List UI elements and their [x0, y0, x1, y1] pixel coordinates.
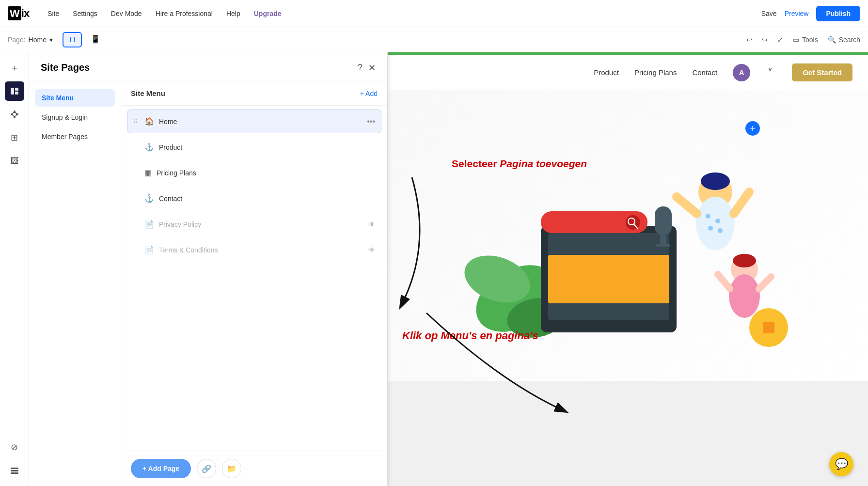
svg-point-29: [715, 219, 720, 223]
panel-header: Site Pages ? ✕: [29, 52, 387, 81]
page-item-home[interactable]: ⠿ 🏠 Home •••: [127, 110, 381, 133]
svg-point-26: [701, 172, 730, 190]
sidebar-apps-icon[interactable]: ⊞: [5, 128, 24, 147]
canvas-add-section-button[interactable]: +: [745, 121, 760, 136]
svg-line-32: [677, 197, 697, 214]
top-navigation: Wix Site Settings Dev Mode Hire a Profes…: [0, 0, 868, 27]
home-page-menu-button[interactable]: •••: [367, 117, 375, 126]
panel-close-icon[interactable]: ✕: [368, 63, 376, 73]
chat-bubble-button[interactable]: 💬: [829, 452, 853, 476]
panel-right: Site Menu + Add ⠿ 🏠 Home ••• ⠿ ⚓: [121, 81, 387, 486]
add-page-button[interactable]: + Add Page: [131, 459, 191, 478]
tools-icon: ▭: [793, 36, 799, 44]
svg-rect-8: [11, 472, 18, 474]
undo-button[interactable]: ↩: [746, 36, 752, 44]
svg-rect-17: [555, 262, 662, 296]
privacy-policy-page-name: Privacy Policy: [159, 220, 363, 228]
page-item-terms-conditions[interactable]: ⠿ 📄 Terms & Conditions 👁: [127, 238, 381, 262]
search-label: Search: [839, 36, 860, 44]
svg-rect-22: [655, 206, 672, 235]
pricing-page-icon: ▦: [144, 168, 152, 177]
sidebar-design-icon[interactable]: [5, 105, 24, 124]
terms-page-icon: 📄: [144, 245, 154, 254]
sidebar-media-icon[interactable]: 🖼: [5, 151, 24, 171]
left-sidebar: ＋ ⊞ 🖼 ⊘: [0, 52, 29, 486]
privacy-page-icon: 📄: [144, 219, 154, 229]
site-nav-pricing[interactable]: Pricing Plans: [634, 68, 677, 77]
nav-help[interactable]: Help: [226, 10, 240, 17]
page-item-product[interactable]: ⠿ ⚓ Product: [127, 135, 381, 159]
folder-icon-button[interactable]: 📁: [222, 459, 241, 478]
panel-help-icon[interactable]: ?: [358, 63, 363, 73]
device-switcher: 🖥 📱: [63, 32, 105, 47]
panel-title: Site Pages: [41, 62, 90, 73]
page-item-privacy-policy[interactable]: ⠿ 📄 Privacy Policy 👁: [127, 212, 381, 236]
panel-header-icons: ? ✕: [358, 63, 376, 73]
save-button[interactable]: Save: [761, 10, 777, 17]
mobile-view-button[interactable]: 📱: [86, 32, 105, 47]
nav-site[interactable]: Site: [47, 10, 59, 17]
pricing-plans-page-name: Pricing Plans: [157, 169, 375, 177]
product-page-name: Product: [159, 143, 375, 151]
svg-rect-10: [11, 468, 18, 469]
svg-point-3: [13, 112, 16, 116]
add-page-inline-button[interactable]: + Add: [360, 90, 378, 97]
site-nav-product[interactable]: Product: [594, 68, 619, 77]
page-list: ⠿ 🏠 Home ••• ⠿ ⚓ Product ⠿ ▦: [121, 106, 387, 451]
home-page-icon: 🏠: [144, 117, 154, 126]
tools-button[interactable]: ▭ Tools: [793, 36, 818, 44]
nav-chevron-icon: ˅: [768, 67, 773, 78]
nav-devmode[interactable]: Dev Mode: [111, 10, 142, 17]
page-dropdown-icon: ▾: [49, 36, 53, 44]
page-selector[interactable]: Page: Home ▾: [8, 36, 53, 44]
panel-right-header: Site Menu + Add: [121, 81, 387, 106]
page-label: Page:: [8, 36, 26, 44]
search-icon: 🔍: [828, 36, 836, 44]
redo-button[interactable]: ↪: [762, 36, 768, 44]
nav-hire[interactable]: Hire a Professional: [156, 10, 213, 17]
second-toolbar: Page: Home ▾ 🖥 📱 ↩ ↪ ⤢ ▭ Tools 🔍 Search: [0, 27, 868, 52]
link-icon-button[interactable]: 🔗: [197, 459, 216, 478]
svg-rect-2: [15, 92, 18, 94]
publish-button[interactable]: Publish: [816, 6, 860, 21]
sidebar-layers-icon[interactable]: ⊘: [5, 438, 24, 457]
terms-conditions-page-name: Terms & Conditions: [159, 246, 363, 254]
site-nav-contact[interactable]: Contact: [692, 68, 717, 77]
svg-point-35: [733, 254, 756, 267]
contact-page-icon: ⚓: [144, 194, 154, 203]
wix-logo: Wix: [8, 7, 29, 20]
toolbar-icons: ↩ ↪ ⤢ ▭ Tools 🔍 Search: [746, 36, 860, 44]
home-page-name: Home: [159, 118, 362, 125]
site-nav-avatar: A: [733, 64, 750, 81]
svg-point-7: [16, 113, 18, 115]
svg-rect-9: [11, 470, 18, 471]
page-item-contact[interactable]: ⠿ ⚓ Contact: [127, 187, 381, 210]
svg-line-38: [759, 277, 771, 289]
svg-point-5: [14, 116, 16, 118]
get-started-button[interactable]: Get Started: [792, 63, 852, 81]
privacy-visibility-toggle[interactable]: 👁: [368, 220, 375, 228]
panel-menu-site-menu[interactable]: Site Menu: [35, 89, 115, 107]
contact-page-name: Contact: [159, 195, 375, 203]
svg-point-6: [11, 113, 13, 115]
svg-rect-24: [656, 244, 670, 247]
sidebar-pages-icon[interactable]: [5, 81, 24, 101]
svg-rect-40: [763, 322, 774, 333]
site-nav-preview: Product Pricing Plans Contact A ˅ Get St…: [388, 55, 868, 90]
canvas-area: Product Pricing Plans Contact A ˅ Get St…: [388, 52, 868, 486]
preview-button[interactable]: Preview: [785, 10, 809, 17]
sidebar-add-icon[interactable]: ＋: [5, 58, 24, 78]
page-item-pricing-plans[interactable]: ⠿ ▦ Pricing Plans: [127, 161, 381, 185]
panel-menu-member-pages[interactable]: Member Pages: [35, 128, 115, 145]
panel-menu-signup-login[interactable]: Signup & Login: [35, 109, 115, 126]
nav-upgrade[interactable]: Upgrade: [254, 10, 282, 17]
svg-rect-0: [11, 88, 14, 94]
fullscreen-button[interactable]: ⤢: [777, 36, 783, 44]
terms-visibility-toggle[interactable]: 👁: [368, 246, 375, 254]
nav-settings[interactable]: Settings: [73, 10, 97, 17]
product-page-icon: ⚓: [144, 142, 154, 152]
search-button[interactable]: 🔍 Search: [828, 36, 860, 44]
desktop-view-button[interactable]: 🖥: [63, 32, 82, 47]
site-pages-panel: Site Pages ? ✕ Site Menu Signup & Login …: [29, 52, 388, 486]
sidebar-stacks-icon[interactable]: [5, 461, 24, 480]
